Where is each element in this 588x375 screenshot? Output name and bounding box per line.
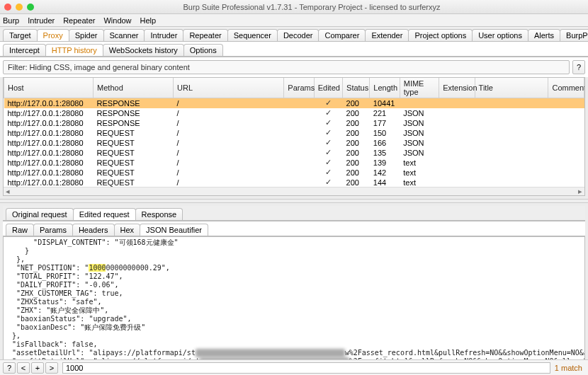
tab-sequencer[interactable]: Sequencer: [227, 29, 278, 41]
tab-params[interactable]: Params: [33, 224, 73, 236]
menu-intruder[interactable]: Intruder: [28, 16, 55, 25]
tab-headers[interactable]: Headers: [72, 224, 115, 236]
table-row[interactable]: http://127.0.0.1:28080REQUEST/✓200144tex…: [4, 178, 584, 188]
tab-alerts[interactable]: Alerts: [528, 29, 560, 41]
tab-spider[interactable]: Spider: [69, 29, 104, 41]
tab-original-request[interactable]: Original request: [6, 208, 74, 220]
search-prev-button[interactable]: <: [17, 362, 30, 374]
filter-help-button[interactable]: ?: [572, 60, 585, 74]
question-icon: ?: [577, 63, 581, 71]
tab-burppython[interactable]: BurpPython: [560, 29, 588, 41]
tab-extender[interactable]: Extender: [365, 29, 409, 41]
request-tab-row: Original requestEdited requestResponse: [3, 206, 585, 221]
sub-tab-row: InterceptHTTP historyWebSockets historyO…: [0, 42, 588, 57]
tab-user-options[interactable]: User options: [472, 29, 528, 41]
window-title: Burp Suite Professional v1.7.31 - Tempor…: [40, 3, 584, 11]
tab-proxy[interactable]: Proxy: [37, 29, 69, 41]
tab-comparer[interactable]: Comparer: [318, 29, 366, 41]
menu-burp[interactable]: Burp: [3, 16, 19, 25]
column-header-comment[interactable]: Comment: [548, 78, 584, 98]
window-titlebar: Burp Suite Professional v1.7.31 - Tempor…: [0, 0, 588, 14]
column-header-extension[interactable]: Extension: [439, 78, 475, 98]
tab-repeater[interactable]: Repeater: [183, 29, 227, 41]
scroll-left-icon[interactable]: ◂: [4, 187, 12, 196]
column-header-title[interactable]: Title: [475, 78, 548, 98]
tab-raw[interactable]: Raw: [6, 224, 34, 236]
column-header-edited[interactable]: Edited: [314, 78, 342, 98]
column-header-url[interactable]: URL: [174, 78, 284, 98]
column-header-method[interactable]: Method: [94, 78, 174, 98]
split-handle[interactable]: [0, 199, 588, 203]
search-input[interactable]: [62, 362, 550, 374]
search-next-button[interactable]: >: [45, 362, 58, 374]
tab-intercept[interactable]: Intercept: [3, 44, 46, 56]
column-header-params[interactable]: Params: [284, 78, 314, 98]
tab-target[interactable]: Target: [3, 29, 38, 41]
plus-icon: +: [35, 364, 40, 372]
tab-websockets-history[interactable]: WebSockets history: [103, 44, 184, 56]
table-row[interactable]: http://127.0.0.1:28080RESPONSE/✓200221JS…: [4, 108, 584, 118]
main-tab-row: TargetProxySpiderScannerIntruderRepeater…: [0, 27, 588, 42]
tab-edited-request[interactable]: Edited request: [73, 208, 136, 220]
table-row[interactable]: http://127.0.0.1:28080REQUEST/✓200150JSO…: [4, 128, 584, 138]
menu-help[interactable]: Help: [140, 16, 157, 25]
horizontal-scrollbar[interactable]: ◂ ▸: [4, 187, 584, 195]
tab-scanner[interactable]: Scanner: [103, 29, 145, 41]
scroll-right-icon[interactable]: ▸: [576, 187, 584, 196]
tab-decoder[interactable]: Decoder: [277, 29, 320, 41]
tab-intruder[interactable]: Intruder: [144, 29, 183, 41]
body-tab-row: RawParamsHeadersHexJSON Beautifier: [3, 221, 585, 236]
response-body-view[interactable]: "DISPLAY_CONTENT": "可领168元健康金" } }, "NET…: [3, 236, 585, 364]
menu-repeater[interactable]: Repeater: [63, 16, 95, 25]
table-row[interactable]: http://127.0.0.1:28080REQUEST/✓200166JSO…: [4, 138, 584, 148]
close-window-icon[interactable]: [4, 4, 11, 11]
table-row[interactable]: http://127.0.0.1:28080REQUEST/✓200135JSO…: [4, 148, 584, 158]
question-icon: ?: [7, 364, 11, 372]
search-help-button[interactable]: ?: [3, 362, 16, 374]
chevron-left-icon: <: [21, 364, 26, 372]
column-header-host[interactable]: Host: [4, 78, 94, 98]
history-table[interactable]: HostMethodURLParamsEditedStatusLengthMIM…: [3, 77, 585, 196]
column-header-length[interactable]: Length: [370, 78, 400, 98]
tab-project-options[interactable]: Project options: [408, 29, 473, 41]
search-match-count: 1 match: [555, 364, 585, 372]
chevron-right-icon: >: [50, 364, 54, 372]
search-highlight: 1000: [89, 264, 106, 272]
table-row[interactable]: http://127.0.0.1:28080REQUEST/✓200139tex…: [4, 158, 584, 168]
filter-input[interactable]: Filter: Hiding CSS, image and general bi…: [3, 60, 570, 74]
tab-response[interactable]: Response: [135, 208, 183, 220]
table-row[interactable]: http://127.0.0.1:28080RESPONSE/✓200177JS…: [4, 118, 584, 128]
column-header-mime-type[interactable]: MIME type: [400, 78, 439, 98]
tab-hex[interactable]: Hex: [114, 224, 141, 236]
maximize-window-icon[interactable]: [27, 4, 34, 11]
table-row[interactable]: http://127.0.0.1:28080RESPONSE/✓20010441: [4, 98, 584, 108]
minimize-window-icon[interactable]: [16, 4, 23, 11]
menu-window[interactable]: Window: [103, 16, 131, 25]
search-add-button[interactable]: +: [31, 362, 44, 374]
search-bar: ? < + > 1 match: [0, 359, 588, 375]
table-row[interactable]: http://127.0.0.1:28080REQUEST/✓200142tex…: [4, 168, 584, 178]
column-header-status[interactable]: Status: [343, 78, 370, 98]
tab-json-beautifier[interactable]: JSON Beautifier: [140, 224, 208, 236]
tab-http-history[interactable]: HTTP history: [45, 44, 103, 56]
tab-options[interactable]: Options: [183, 44, 223, 56]
menu-bar: Burp Intruder Repeater Window Help: [0, 14, 588, 27]
